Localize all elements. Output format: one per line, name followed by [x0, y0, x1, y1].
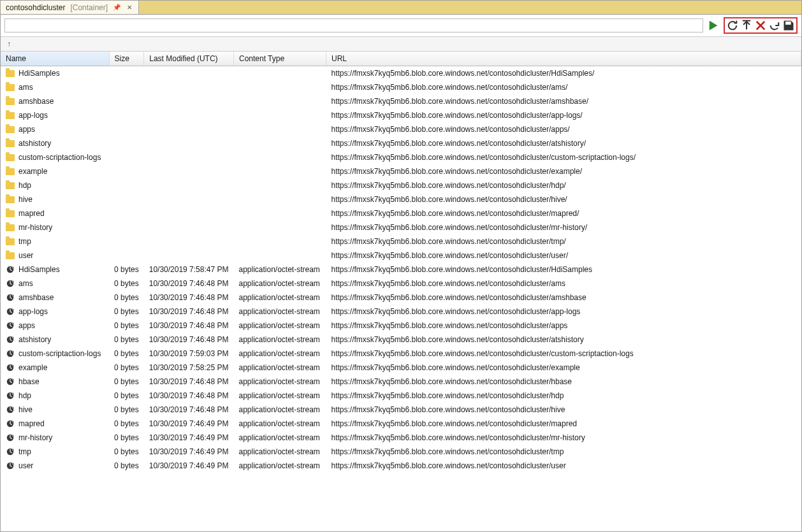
row-modified: 10/30/2019 7:58:25 PM: [144, 361, 234, 375]
table-row[interactable]: example0 bytes10/30/2019 7:58:25 PMappli…: [1, 361, 801, 375]
table-row[interactable]: ams0 bytes10/30/2019 7:46:48 PMapplicati…: [1, 277, 801, 291]
folder-icon: [6, 112, 15, 119]
col-url[interactable]: URL: [326, 52, 801, 66]
row-size: [109, 220, 144, 234]
row-type: [233, 136, 326, 150]
breadcrumb-up[interactable]: ↑: [1, 37, 801, 52]
table-row[interactable]: amshttps://fmxsk7kyq5mb6.blob.core.windo…: [1, 80, 801, 94]
row-url: https://fmxsk7kyq5mb6.blob.core.windows.…: [326, 220, 801, 234]
col-size[interactable]: Size: [109, 52, 144, 66]
row-modified: 10/30/2019 7:46:49 PM: [144, 459, 234, 473]
row-url: https://fmxsk7kyq5mb6.blob.core.windows.…: [326, 431, 801, 445]
table-row[interactable]: tmphttps://fmxsk7kyq5mb6.blob.core.windo…: [1, 234, 801, 248]
row-url: https://fmxsk7kyq5mb6.blob.core.windows.…: [326, 347, 801, 361]
tab-suffix: [Container]: [70, 3, 108, 12]
table-row[interactable]: userhttps://fmxsk7kyq5mb6.blob.core.wind…: [1, 248, 801, 262]
row-modified: [144, 150, 234, 164]
row-name: mr-history: [18, 433, 52, 442]
row-url: https://fmxsk7kyq5mb6.blob.core.windows.…: [326, 94, 801, 108]
col-name[interactable]: Name: [1, 52, 109, 66]
row-size: [109, 248, 144, 262]
row-modified: 10/30/2019 7:46:48 PM: [144, 333, 234, 347]
table-row[interactable]: hbase0 bytes10/30/2019 7:46:48 PMapplica…: [1, 375, 801, 389]
row-type: application/octet-stream: [233, 361, 326, 375]
row-type: [233, 164, 326, 178]
table-row[interactable]: user0 bytes10/30/2019 7:46:49 PMapplicat…: [1, 459, 801, 473]
row-url: https://fmxsk7kyq5mb6.blob.core.windows.…: [326, 445, 801, 459]
col-modified[interactable]: Last Modified (UTC): [144, 52, 234, 66]
row-url: https://fmxsk7kyq5mb6.blob.core.windows.…: [326, 291, 801, 305]
row-size: 0 bytes: [109, 305, 144, 319]
table-row[interactable]: hive0 bytes10/30/2019 7:46:48 PMapplicat…: [1, 403, 801, 417]
row-url: https://fmxsk7kyq5mb6.blob.core.windows.…: [326, 66, 801, 81]
row-type: application/octet-stream: [233, 291, 326, 305]
table-row[interactable]: custom-scriptaction-logs0 bytes10/30/201…: [1, 347, 801, 361]
row-name: ams: [18, 279, 33, 288]
row-name: atshistory: [18, 335, 51, 344]
row-modified: [144, 94, 234, 108]
row-type: [233, 66, 326, 81]
table-row[interactable]: mapred0 bytes10/30/2019 7:46:49 PMapplic…: [1, 417, 801, 431]
row-type: application/octet-stream: [233, 333, 326, 347]
tab-active[interactable]: contosohdicluster [Container] 📌 ✕: [1, 1, 139, 14]
row-modified: [144, 136, 234, 150]
table-row[interactable]: amshbasehttps://fmxsk7kyq5mb6.blob.core.…: [1, 94, 801, 108]
col-type[interactable]: Content Type: [233, 52, 326, 66]
row-modified: [144, 178, 234, 192]
row-type: [233, 150, 326, 164]
table-row[interactable]: mr-historyhttps://fmxsk7kyq5mb6.blob.cor…: [1, 220, 801, 234]
row-size: [109, 108, 144, 122]
toolbar: [1, 15, 801, 37]
search-input[interactable]: [4, 18, 703, 32]
row-modified: 10/30/2019 7:46:48 PM: [144, 291, 234, 305]
table-row[interactable]: app-logs0 bytes10/30/2019 7:46:48 PMappl…: [1, 305, 801, 319]
row-type: application/octet-stream: [233, 459, 326, 473]
table-row[interactable]: HdiSamples0 bytes10/30/2019 7:58:47 PMap…: [1, 262, 801, 277]
table-row[interactable]: tmp0 bytes10/30/2019 7:46:49 PMapplicati…: [1, 445, 801, 459]
table-row[interactable]: hivehttps://fmxsk7kyq5mb6.blob.core.wind…: [1, 192, 801, 206]
table-row[interactable]: apps0 bytes10/30/2019 7:46:48 PMapplicat…: [1, 319, 801, 333]
table-row[interactable]: mr-history0 bytes10/30/2019 7:46:49 PMap…: [1, 431, 801, 445]
table-row[interactable]: atshistoryhttps://fmxsk7kyq5mb6.blob.cor…: [1, 136, 801, 150]
pin-icon[interactable]: 📌: [112, 4, 122, 11]
table-row[interactable]: hdphttps://fmxsk7kyq5mb6.blob.core.windo…: [1, 178, 801, 192]
folder-icon: [6, 126, 15, 133]
row-name: amshbase: [18, 293, 54, 302]
refresh-icon[interactable]: [726, 19, 739, 32]
row-url: https://fmxsk7kyq5mb6.blob.core.windows.…: [326, 164, 801, 178]
table-row[interactable]: custom-scriptaction-logshttps://fmxsk7ky…: [1, 150, 801, 164]
run-icon[interactable]: [707, 19, 720, 32]
table-row[interactable]: atshistory0 bytes10/30/2019 7:46:48 PMap…: [1, 333, 801, 347]
blob-icon: [6, 461, 15, 470]
row-url: https://fmxsk7kyq5mb6.blob.core.windows.…: [326, 122, 801, 136]
table-row[interactable]: HdiSampleshttps://fmxsk7kyq5mb6.blob.cor…: [1, 66, 801, 81]
table-row[interactable]: app-logshttps://fmxsk7kyq5mb6.blob.core.…: [1, 108, 801, 122]
delete-icon[interactable]: [754, 19, 767, 32]
folder-icon: [6, 210, 15, 217]
redo-icon[interactable]: [768, 19, 781, 32]
table-row[interactable]: mapredhttps://fmxsk7kyq5mb6.blob.core.wi…: [1, 206, 801, 220]
row-url: https://fmxsk7kyq5mb6.blob.core.windows.…: [326, 375, 801, 389]
table-row[interactable]: amshbase0 bytes10/30/2019 7:46:48 PMappl…: [1, 291, 801, 305]
row-name: HdiSamples: [18, 265, 60, 274]
table-row[interactable]: examplehttps://fmxsk7kyq5mb6.blob.core.w…: [1, 164, 801, 178]
row-modified: 10/30/2019 7:46:48 PM: [144, 305, 234, 319]
row-size: 0 bytes: [109, 403, 144, 417]
close-icon[interactable]: ✕: [126, 4, 133, 11]
blob-icon: [6, 335, 15, 344]
row-type: [233, 220, 326, 234]
row-name: hbase: [18, 377, 40, 386]
row-type: application/octet-stream: [233, 319, 326, 333]
upload-icon[interactable]: [740, 19, 753, 32]
save-icon[interactable]: [782, 19, 795, 32]
row-name: hive: [18, 405, 33, 414]
svg-marker-0: [710, 21, 718, 31]
table-row[interactable]: hdp0 bytes10/30/2019 7:46:48 PMapplicati…: [1, 389, 801, 403]
row-size: 0 bytes: [109, 361, 144, 375]
table-row[interactable]: appshttps://fmxsk7kyq5mb6.blob.core.wind…: [1, 122, 801, 136]
row-size: 0 bytes: [109, 347, 144, 361]
folder-icon: [6, 70, 15, 77]
toolbar-highlight: [724, 17, 798, 34]
row-size: 0 bytes: [109, 375, 144, 389]
folder-icon: [6, 238, 15, 245]
